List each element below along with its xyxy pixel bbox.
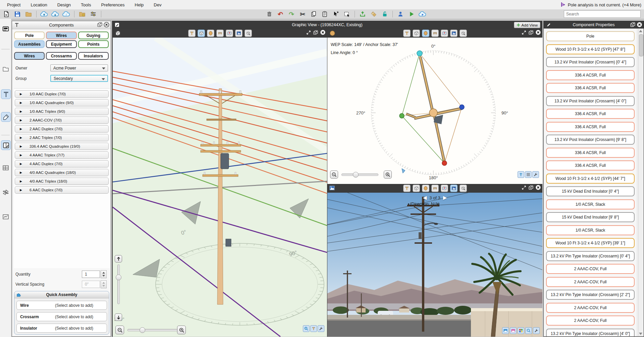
map-view-mode-button[interactable] bbox=[441, 30, 448, 37]
zoom-slider-knob[interactable] bbox=[140, 327, 145, 333]
wire-type-item[interactable]: ▶ 1/0 AAC Quadruplex (9/0) bbox=[15, 99, 109, 106]
scroll-down-icon[interactable] bbox=[639, 333, 642, 335]
category-tab[interactable]: Guying bbox=[78, 32, 109, 39]
cloud-run-button[interactable] bbox=[418, 10, 427, 18]
close-button[interactable] bbox=[104, 22, 109, 29]
zoom-slider-track[interactable] bbox=[341, 174, 378, 176]
component-item[interactable]: 1/0 ACSR, Slack bbox=[546, 199, 635, 209]
photo-adjust-button[interactable] bbox=[518, 327, 524, 334]
map-view-mode-button[interactable] bbox=[226, 30, 233, 37]
quantity-input[interactable]: 1 bbox=[82, 271, 100, 278]
zoom-in-button[interactable] bbox=[177, 326, 186, 334]
popout-button[interactable] bbox=[97, 22, 103, 29]
component-item[interactable]: 2 AAAC-COV, Full bbox=[546, 264, 635, 274]
zoom-slider-knob[interactable] bbox=[353, 172, 359, 178]
component-item[interactable]: Wood 10 Ft 3-1/2 x 4-1/2 (SYP) [44' 7"] bbox=[546, 174, 635, 184]
properties-scrollbar[interactable] bbox=[638, 29, 643, 336]
expand-arrow-icon[interactable]: ▶ bbox=[20, 101, 22, 104]
3d-scene-canvas[interactable]: 0° 90° 270° bbox=[113, 38, 327, 337]
cloud-download-button[interactable] bbox=[51, 10, 60, 18]
quick-assembly-row[interactable]: Wire (Select above to add) bbox=[16, 301, 107, 310]
undo-button[interactable]: ↶ bbox=[276, 10, 285, 18]
profile-view-mode-button[interactable] bbox=[216, 30, 224, 37]
pole-view-mode-button[interactable] bbox=[403, 185, 411, 192]
quick-assembly-row[interactable]: Crossarm (Select above to add) bbox=[16, 312, 107, 321]
view-settings-button[interactable] bbox=[318, 325, 324, 332]
menu-item[interactable]: Location bbox=[25, 2, 52, 7]
run-analysis-button[interactable] bbox=[407, 10, 416, 18]
cut-button[interactable]: ✂ bbox=[298, 10, 307, 18]
search-input[interactable] bbox=[564, 10, 641, 18]
sketch-view-mode-button[interactable] bbox=[460, 185, 467, 192]
pole-view-button[interactable] bbox=[1, 89, 11, 99]
popout-view-button[interactable] bbox=[528, 185, 534, 192]
height-slider-knob[interactable] bbox=[116, 275, 121, 280]
popout-view-button[interactable] bbox=[528, 30, 534, 37]
profile-view-mode-button[interactable] bbox=[431, 185, 439, 192]
save-button[interactable] bbox=[13, 10, 22, 18]
group-dropdown[interactable]: Secondary bbox=[50, 75, 108, 82]
component-item[interactable]: 336.4 ACSR, Full bbox=[546, 148, 635, 158]
lock-button[interactable] bbox=[380, 10, 389, 18]
menu-item[interactable]: Preferences bbox=[96, 2, 129, 7]
top-view-mode-button[interactable] bbox=[422, 30, 429, 37]
component-item[interactable]: 2 AAAC-COV, Full bbox=[546, 277, 635, 287]
component-item[interactable]: 13.2 kV Pin Type Insulator (Crossarm) [2… bbox=[546, 290, 635, 300]
copy-button[interactable] bbox=[309, 10, 318, 18]
component-item[interactable]: 13.2 kV Pin Type Insulator (Crossarm) [0… bbox=[546, 251, 635, 261]
marquee-select-button[interactable] bbox=[342, 10, 351, 18]
photo-view-mode-button[interactable] bbox=[450, 185, 458, 192]
wep-marker-blue[interactable] bbox=[460, 105, 464, 109]
notes-button[interactable] bbox=[369, 10, 378, 18]
component-item[interactable]: Wood 10 Ft 3-1/2 x 4-1/2 (SYP) [39' 1"] bbox=[546, 238, 635, 248]
category-tab[interactable]: Points bbox=[78, 40, 109, 48]
cloud-upload-button[interactable] bbox=[40, 10, 49, 18]
wire-type-item[interactable]: ▶ 4 AAAC Triplex (7/7) bbox=[15, 151, 109, 159]
report-chart-button[interactable] bbox=[1, 212, 10, 221]
scroll-thumb[interactable] bbox=[639, 34, 643, 56]
sub-tab[interactable]: Insulators bbox=[78, 52, 109, 60]
zoom-slider-track[interactable] bbox=[127, 329, 178, 331]
component-item[interactable]: 336.4 ACSR, Full bbox=[546, 70, 635, 80]
expand-arrow-icon[interactable]: ▶ bbox=[20, 136, 22, 139]
photo-markup-button[interactable] bbox=[510, 327, 517, 334]
3d-view-mode-button[interactable] bbox=[413, 185, 420, 192]
delete-button[interactable] bbox=[265, 10, 274, 18]
component-item[interactable]: 15 kV Dead End Insulator [0' 4"] bbox=[546, 186, 635, 196]
zoom-out-button[interactable] bbox=[330, 171, 338, 179]
layers-list-button[interactable] bbox=[525, 171, 532, 178]
3d-view-mode-button[interactable] bbox=[198, 30, 205, 37]
category-tab[interactable]: Wires bbox=[46, 32, 76, 39]
project-folder-button[interactable] bbox=[1, 64, 10, 74]
table-view-button[interactable] bbox=[1, 163, 10, 172]
user-button[interactable] bbox=[396, 10, 405, 18]
wire-type-item[interactable]: ▶ 1/0 AAC Duplex (7/0) bbox=[15, 90, 109, 98]
height-slider-track[interactable] bbox=[117, 264, 120, 304]
zoom-in-button[interactable] bbox=[384, 171, 392, 179]
paste-button[interactable] bbox=[320, 10, 329, 18]
pole-view-mode-button[interactable] bbox=[188, 30, 196, 37]
compare-button[interactable] bbox=[1, 187, 10, 196]
close-view-button[interactable] bbox=[535, 30, 541, 37]
quick-assembly-row[interactable]: Insulator (Select above to add) bbox=[16, 324, 107, 333]
import-button[interactable] bbox=[358, 10, 367, 18]
expand-arrow-icon[interactable]: ▶ bbox=[20, 145, 22, 148]
menu-item[interactable]: Dev bbox=[149, 2, 166, 7]
pole-center-button[interactable] bbox=[310, 325, 317, 332]
polar-canvas[interactable]: 0° 90° 180° 270° bbox=[327, 38, 542, 184]
wire-type-item[interactable]: ▶ 2 AAC Duplex (7/0) bbox=[15, 125, 109, 133]
component-item[interactable]: 336.4 ACSR, Full bbox=[546, 122, 635, 132]
wire-type-item[interactable]: ▶ 4/0 AAC Triplex (18/0) bbox=[15, 178, 109, 185]
edit-panel-button[interactable] bbox=[1, 140, 11, 150]
vertical-spacing-input[interactable]: 0" bbox=[82, 281, 100, 288]
expand-arrow-icon[interactable]: ▶ bbox=[20, 118, 22, 122]
wire-type-item[interactable]: ▶ 2 AAAC-COV (7/0) bbox=[15, 116, 109, 124]
previous-photo-button[interactable]: ◀ bbox=[423, 195, 427, 201]
cloud-info-button[interactable]: i bbox=[62, 10, 71, 18]
category-tab[interactable]: Equipment bbox=[46, 40, 76, 48]
popout-button[interactable] bbox=[630, 22, 636, 29]
analysis-alert[interactable]: Pole analysis is not current. (+4 More) bbox=[561, 0, 641, 9]
scroll-up-icon[interactable] bbox=[639, 30, 642, 32]
component-item[interactable]: 336.4 ACSR, Full bbox=[546, 109, 635, 119]
wep-marker-green[interactable] bbox=[399, 113, 404, 118]
